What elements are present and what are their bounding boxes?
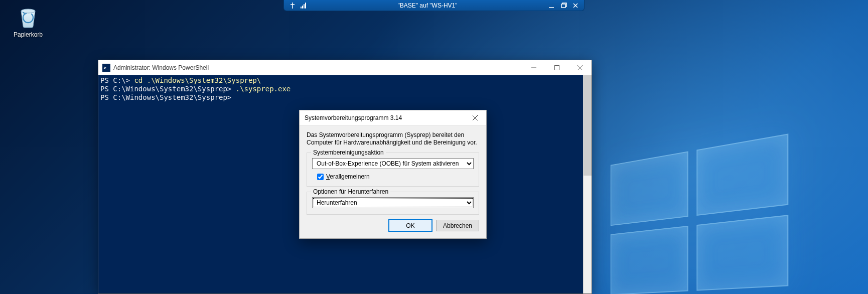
close-icon[interactable] (572, 2, 579, 9)
minimize-icon[interactable] (548, 2, 555, 9)
cleanup-action-select[interactable]: Out-of-Box-Experience (OOBE) für System … (312, 158, 474, 169)
powershell-title: Administrator: Windows PowerShell (113, 64, 522, 71)
hyperv-title: "BASE" auf "WS-HV1" (312, 2, 543, 9)
ps-cmd: .\sysprep.exe (236, 85, 291, 93)
minimize-button[interactable] (522, 60, 545, 75)
dialog-title: Systemvorbereitungsprogramm 3.14 (305, 114, 464, 121)
scrollbar-thumb[interactable] (584, 75, 592, 176)
scrollbar[interactable] (583, 75, 592, 293)
dialog-close-button[interactable] (464, 110, 486, 125)
sysprep-dialog: Systemvorbereitungsprogramm 3.14 Das Sys… (299, 110, 487, 239)
cancel-button[interactable]: Abbrechen (436, 220, 479, 231)
ps-prompt: PS C:\Windows\System32\Sysprep> (100, 85, 236, 93)
powershell-titlebar[interactable]: >_ Administrator: Windows PowerShell (98, 60, 592, 75)
generalize-label[interactable]: Verallgemeinern (326, 173, 370, 180)
ps-prompt: PS C:\Windows\System32\Sysprep> (100, 93, 236, 101)
group-legend: Optionen für Herunterfahren (311, 188, 390, 195)
powershell-icon: >_ (102, 64, 110, 72)
hyperv-connection-bar: "BASE" auf "WS-HV1" (283, 0, 585, 11)
desktop-icon-label: Papierkorb (8, 31, 48, 38)
shutdown-option-select[interactable]: Herunterfahren (312, 197, 474, 208)
desktop-icon-recycle-bin[interactable]: Papierkorb (8, 5, 48, 38)
svg-rect-2 (555, 65, 559, 70)
close-button[interactable] (568, 60, 592, 75)
signal-icon (300, 2, 307, 9)
pin-icon[interactable] (289, 2, 296, 9)
recycle-bin-icon (16, 5, 40, 29)
generalize-checkbox[interactable] (317, 174, 324, 180)
dialog-description: Das Systemvorbereitungsprogramm (Sysprep… (307, 131, 479, 146)
ok-button[interactable]: OK (389, 220, 432, 231)
dialog-titlebar[interactable]: Systemvorbereitungsprogramm 3.14 (300, 110, 486, 125)
ps-cmd: cd .\Windows\System32\Sysprep\ (134, 76, 261, 84)
svg-rect-0 (561, 4, 565, 8)
maximize-button[interactable] (545, 60, 568, 75)
restore-icon[interactable] (560, 2, 567, 9)
ps-prompt: PS C:\> (100, 76, 134, 84)
group-legend: Systembereinigungsaktion (311, 149, 386, 156)
group-shutdown-options: Optionen für Herunterfahren Herunterfahr… (307, 192, 479, 215)
group-cleanup-action: Systembereinigungsaktion Out-of-Box-Expe… (307, 153, 479, 187)
